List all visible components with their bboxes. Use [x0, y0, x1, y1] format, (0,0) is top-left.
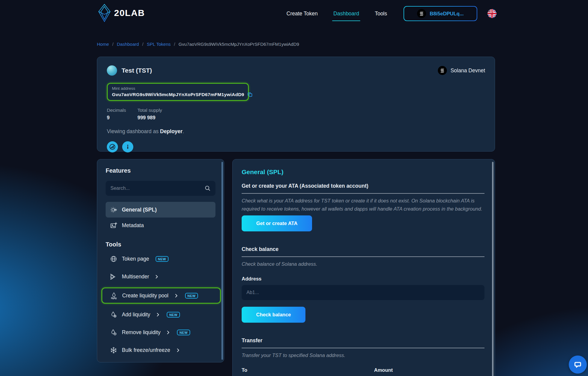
info-icon[interactable] [122, 141, 133, 152]
sidebar-item-label: Bulk freeze/unfreeze [122, 347, 170, 353]
language-flag-icon[interactable] [487, 9, 497, 18]
nav-create-token[interactable]: Create Token [286, 11, 318, 17]
new-badge: NEW [185, 293, 198, 299]
search-input[interactable] [106, 181, 215, 196]
viewing-as-line: Viewing dashboard as Deployer. [107, 128, 485, 135]
breadcrumb-home[interactable]: Home [97, 42, 109, 47]
logo[interactable]: 20LAB [97, 4, 145, 22]
solana-icon [417, 9, 426, 18]
sidebar-item-multisender[interactable]: Multisender [106, 270, 215, 284]
ata-section-description: Check what is your ATA address for TST t… [242, 197, 484, 213]
paper-planes-icon [110, 273, 117, 280]
panel-title: General (SPL) [242, 168, 484, 176]
image-star-icon [110, 222, 117, 229]
ata-section-heading: Get or create your ATA (Associated token… [242, 183, 484, 189]
address-input[interactable] [242, 285, 484, 300]
sidebar-item-label: General (SPL) [122, 207, 157, 213]
breadcrumb-separator: / [142, 42, 144, 47]
top-nav: 20LAB Create Token Dashboard Tools B8i5e… [0, 0, 588, 27]
address-label: Address [242, 276, 484, 282]
check-balance-description: Check balance of Solana address. [242, 260, 484, 268]
copy-icon[interactable] [247, 92, 253, 97]
new-badge: NEW [177, 330, 190, 335]
nav-tools[interactable]: Tools [375, 11, 387, 17]
sidebar-item-add-liquidity[interactable]: Add liquidity NEW [106, 308, 215, 321]
sidebar-item-create-liquidity-pool[interactable]: Create liquidity pool NEW [101, 287, 221, 304]
chevron-right-icon [175, 348, 181, 353]
livechat-button[interactable] [569, 356, 587, 374]
sidebar-item-token-page[interactable]: Token page NEW [106, 252, 215, 266]
diamond-logo-icon [97, 4, 112, 22]
token-avatar [107, 65, 117, 76]
sidebar-item-label: Add liquidity [122, 312, 150, 318]
sidebar-item-label: Remove liquidity [122, 329, 160, 336]
sidebar-item-label: Multisender [122, 274, 149, 280]
breadcrumb-spl-tokens[interactable]: SPL Tokens [147, 42, 171, 47]
divider [242, 256, 484, 257]
main-nav: Create Token Dashboard Tools [286, 0, 387, 27]
sidebar-item-remove-liquidity[interactable]: Remove liquidity NEW [106, 325, 215, 339]
stat-value: 999 989 [138, 115, 162, 121]
stat-label: Total supply [138, 108, 162, 113]
sidebar-item-bulk-freeze-unfreeze[interactable]: Bulk freeze/unfreeze [106, 343, 215, 357]
nav-dashboard[interactable]: Dashboard [333, 11, 359, 17]
amount-label: Amount [374, 367, 484, 373]
stat-value: 9 [107, 115, 126, 121]
chevron-right-icon [174, 293, 179, 298]
divider [242, 193, 484, 194]
check-balance-button[interactable]: Check balance [242, 307, 305, 323]
globe-icon [110, 255, 117, 263]
viewing-prefix: Viewing dashboard as [107, 128, 160, 134]
chat-bubble-icon [573, 360, 582, 369]
chevron-right-icon [154, 274, 159, 279]
stat-total-supply: Total supply 999 989 [138, 108, 162, 121]
token-name: Test (TST) [122, 67, 152, 74]
new-badge: NEW [167, 312, 180, 318]
mint-address-box: Mint address Gvu7aoVRG9s9WiVk5mcMpJYnXoP… [107, 83, 249, 101]
features-title: Features [106, 167, 215, 174]
breadcrumb-current-address: Gvu7aoVRG9s9WiVk5mcMpJYnXoPrSFD67mFM1ywi… [178, 42, 299, 47]
water-drop-waves-icon [110, 292, 118, 299]
token-summary-card: Test (TST) Solana Devnet Mint address Gv… [97, 57, 495, 152]
general-spl-panel: General (SPL) Get or create your ATA (As… [232, 159, 495, 376]
analytics-chart-icon[interactable] [107, 141, 118, 152]
breadcrumb-separator: / [174, 42, 175, 47]
sidebar-scrollbar[interactable] [221, 162, 223, 360]
logo-text: 20LAB [114, 8, 145, 18]
stat-label: Decimals [107, 108, 126, 113]
viewing-suffix: . [183, 128, 184, 134]
panel-scrollbar[interactable] [492, 162, 494, 376]
breadcrumb: Home / Dashboard / SPL Tokens / Gvu7aoVR… [97, 42, 299, 47]
tools-title: Tools [106, 241, 215, 248]
sidebar-item-label: Token page [122, 256, 149, 262]
new-badge: NEW [156, 256, 169, 262]
network-badge: Solana Devnet [438, 66, 485, 75]
breadcrumb-dashboard[interactable]: Dashboard [117, 42, 139, 47]
transfer-description: Transfer your TST to specified Solana ad… [242, 351, 484, 359]
chevron-right-icon [166, 330, 171, 335]
check-balance-heading: Check balance [242, 246, 484, 252]
gear-circuit-icon [110, 206, 117, 214]
wallet-button[interactable]: B8i5eDPULq... [404, 6, 477, 21]
snowflake-icon [110, 346, 117, 354]
solana-icon [438, 66, 447, 75]
get-or-create-ata-button[interactable]: Get or create ATA [242, 215, 312, 231]
sidebar-item-metadata[interactable]: Metadata [106, 218, 215, 233]
sidebar-item-general-spl[interactable]: General (SPL) [106, 202, 215, 218]
to-label: To [242, 367, 364, 373]
search-icon [204, 185, 211, 192]
viewing-role: Deployer [160, 128, 183, 134]
mint-address-label: Mint address [112, 86, 244, 91]
sidebar-item-label: Create liquidity pool [122, 293, 169, 299]
transfer-heading: Transfer [242, 337, 484, 344]
breadcrumb-separator: / [112, 42, 113, 47]
chevron-right-icon [155, 312, 160, 317]
stat-decimals: Decimals 9 [107, 108, 126, 121]
drop-plus-icon [110, 311, 117, 318]
divider [242, 348, 484, 348]
drop-minus-icon [110, 329, 117, 336]
features-sidebar: Features General (SPL) [97, 159, 224, 362]
sidebar-item-label: Metadata [122, 222, 144, 229]
network-name: Solana Devnet [450, 67, 485, 74]
wallet-address: B8i5eDPULq... [430, 11, 464, 17]
